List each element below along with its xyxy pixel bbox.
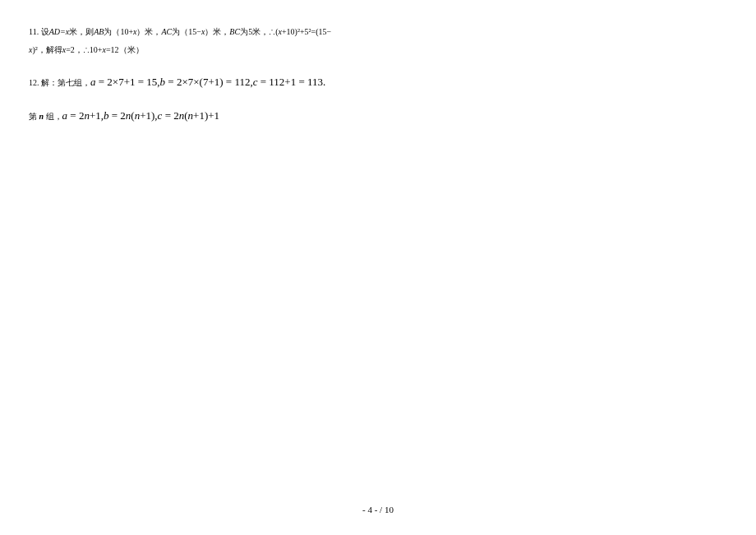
p11-ad: AD=x bbox=[49, 27, 70, 36]
p11-t1: 米，则 bbox=[69, 27, 94, 36]
pn-eq3: = 2 bbox=[162, 109, 178, 122]
pn-prefix: 第 bbox=[29, 112, 37, 121]
p11-bc: BC bbox=[229, 27, 240, 36]
pn-eq3c: +1)+1 bbox=[193, 109, 219, 122]
p11-t7: +10)²+5²=(15− bbox=[282, 27, 331, 36]
problem-n-group: 第 n 组，a = 2n+1,b = 2n(n+1),c = 2n(n+1)+1 bbox=[29, 106, 727, 125]
p12-eq3: = 112+1 = 113. bbox=[257, 76, 325, 88]
p12-eq2: = 2×7×(7+1) = 112, bbox=[165, 76, 253, 88]
pn-n: n bbox=[37, 112, 46, 121]
pn-t1: 组， bbox=[46, 112, 62, 121]
problem-12: 12. 解：第七组，a = 2×7+1 = 15,b = 2×7×(7+1) =… bbox=[29, 72, 727, 91]
problem-11-line-2: x)²，解得x=2，∴10+x=12（米） bbox=[29, 43, 727, 58]
p12-prefix: 12. 解：第七组， bbox=[29, 78, 90, 87]
p12-eq1: = 2×7+1 = 15, bbox=[96, 76, 160, 88]
p11-t6: 为5米，∴( bbox=[240, 27, 278, 36]
pn-eq1: = 2 bbox=[67, 109, 84, 122]
page-footer: - 4 - / 10 bbox=[0, 505, 756, 514]
p11-t4: 为（15− bbox=[172, 27, 201, 36]
pn-eq1b: +1, bbox=[90, 109, 104, 122]
pn-eq2: = 2 bbox=[109, 109, 126, 122]
p11-l2-t2: =2，∴10+ bbox=[66, 45, 102, 54]
p11-t5: ）米， bbox=[205, 27, 229, 36]
p11-l2-t1: )²，解得 bbox=[32, 45, 62, 54]
p11-ac: AC bbox=[161, 27, 172, 36]
p11-t3: ）米， bbox=[136, 27, 161, 36]
problem-11-line-1: 11. 设AD=x米，则AB为（10+x）米，AC为（15−x）米，BC为5米，… bbox=[29, 25, 727, 39]
p11-prefix: 11. 设 bbox=[29, 27, 49, 36]
pn-eq2c: +1), bbox=[140, 109, 157, 122]
p11-t2: 为（10+ bbox=[104, 27, 133, 36]
p11-ab: AB bbox=[94, 27, 104, 36]
p11-l2-t3: =12（米） bbox=[106, 45, 144, 54]
